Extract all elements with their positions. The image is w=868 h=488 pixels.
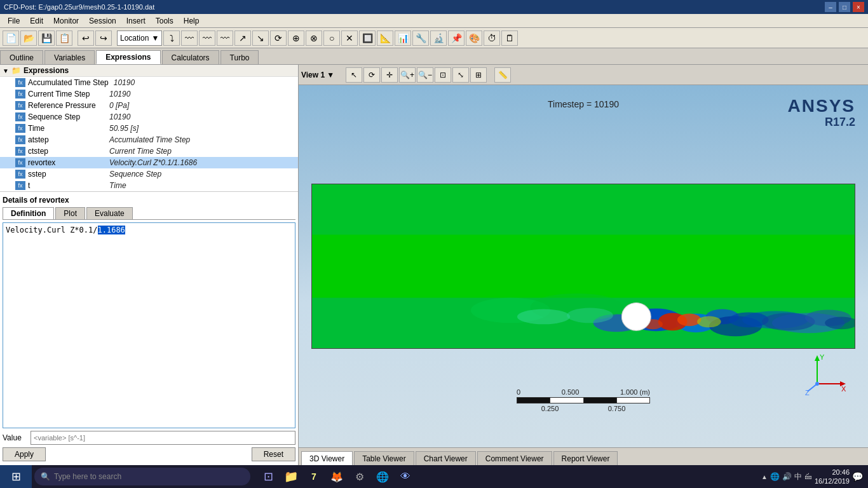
keyboard-layout[interactable]: 🖮	[804, 472, 812, 481]
minimize-btn[interactable]: –	[825, 2, 836, 12]
new-btn[interactable]: 📄	[3, 30, 19, 46]
tb-func6[interactable]: ↘	[252, 30, 269, 46]
location-chevron[interactable]: ▼	[151, 34, 159, 43]
expr-item-6[interactable]: fx ctstep Current Time Step	[0, 146, 298, 157]
tb-func15[interactable]: 🔧	[412, 30, 429, 46]
save-as-btn[interactable]: 📋	[56, 30, 72, 46]
tb-func20[interactable]: 🗒	[501, 30, 518, 46]
vp-pan-btn[interactable]: ✛	[381, 67, 398, 83]
expr-item-3[interactable]: fx Sequence Step 10190	[0, 111, 298, 123]
menu-monitor[interactable]: Monitor	[48, 15, 84, 27]
expr-item-4[interactable]: fx Time 50.95 [s]	[0, 123, 298, 134]
vp-rotate-btn[interactable]: ⟳	[363, 67, 380, 83]
taskbar-app-task-view[interactable]: ⊡	[258, 466, 278, 487]
definition-editor[interactable]: Velocity.Curl Z*0.1/1.1686	[3, 222, 295, 428]
start-button[interactable]: ⊞	[0, 465, 32, 488]
vp-zoom-in-btn[interactable]: 🔍+	[399, 67, 416, 83]
tab-outline[interactable]: Outline	[0, 50, 43, 64]
view-dropdown-icon[interactable]: ▼	[327, 71, 334, 79]
tab-calculators[interactable]: Calculators	[162, 50, 219, 64]
vp-ruler-btn[interactable]: 📏	[494, 67, 511, 83]
tb-func19[interactable]: ⏱	[484, 30, 500, 46]
tab-turbo[interactable]: Turbo	[220, 50, 259, 64]
location-dropdown[interactable]: Location ▼	[117, 30, 162, 46]
viewer-tab-comment[interactable]: Comment Viewer	[477, 451, 552, 465]
detail-tab-definition[interactable]: Definition	[3, 207, 54, 219]
detail-tab-plot[interactable]: Plot	[55, 207, 85, 219]
taskbar-app-eye[interactable]: 👁	[395, 466, 416, 487]
apply-button[interactable]: Apply	[3, 447, 46, 461]
volume-icon[interactable]: 🔊	[782, 472, 792, 481]
cfd-viewport: Timestep = 10190 ANSYS R17.2	[299, 85, 868, 447]
viewer-tab-chart[interactable]: Chart Viewer	[416, 451, 476, 465]
expr-icon-8: fx	[15, 170, 25, 179]
tb-func18[interactable]: 🎨	[466, 30, 482, 46]
tb-func16[interactable]: 🔬	[430, 30, 447, 46]
tb-func13[interactable]: 📐	[377, 30, 393, 46]
tb-func4[interactable]: 〰	[217, 30, 233, 46]
viewer-tab-table[interactable]: Table Viewer	[354, 451, 414, 465]
expr-item-8[interactable]: fx sstep Sequence Step	[0, 168, 298, 180]
expr-item-7[interactable]: fx revortex Velocity.Curl Z*0.1/1.1686	[0, 157, 298, 168]
details-title: Details of revortex	[3, 194, 295, 207]
maximize-btn[interactable]: □	[839, 2, 850, 12]
vp-zoom-box-btn[interactable]: ⊡	[435, 67, 451, 83]
tb-func7[interactable]: ⟳	[270, 30, 287, 46]
vp-fit-btn[interactable]: ⤡	[452, 67, 469, 83]
tb-func5[interactable]: ↗	[234, 30, 251, 46]
tb-func10[interactable]: ○	[323, 30, 340, 46]
expr-icon-3: fx	[15, 112, 25, 121]
tb-func1[interactable]: ⤵	[163, 30, 180, 46]
taskbar-app-7zip[interactable]: 7	[304, 466, 324, 487]
tb-func2[interactable]: 〰	[181, 30, 198, 46]
vp-select-btn[interactable]: ↖	[346, 67, 362, 83]
tb-func8[interactable]: ⊕	[288, 30, 304, 46]
titlebar-title: CFD-Post: E:/gap0.25ur9/mesh0.25-1-10190…	[4, 3, 154, 11]
search-bar[interactable]: 🔍 Type here to search	[34, 468, 250, 485]
tb-func9[interactable]: ⊗	[306, 30, 322, 46]
network-icon[interactable]: 🌐	[770, 472, 780, 481]
redo-btn[interactable]: ↪	[95, 30, 112, 46]
expr-item-1[interactable]: fx Current Time Step 10190	[0, 88, 298, 100]
value-input[interactable]	[31, 431, 295, 445]
menu-help[interactable]: Help	[179, 15, 205, 27]
scale-bar: 0 0.500 1.000 (m) 0.250 0.750	[517, 388, 650, 412]
expr-item-2[interactable]: fx Reference Pressure 0 [Pa]	[0, 100, 298, 111]
expr-name-6: ctstep	[28, 147, 104, 156]
tab-variables[interactable]: Variables	[44, 50, 95, 64]
tb-func3[interactable]: 〰	[199, 30, 215, 46]
tray-expand[interactable]: ▲	[761, 473, 768, 480]
expr-item-9[interactable]: fx t Time	[0, 180, 298, 191]
detail-tab-evaluate[interactable]: Evaluate	[86, 207, 133, 219]
menu-tools[interactable]: Tools	[151, 15, 179, 27]
tree-collapse-icon[interactable]: ▼	[3, 67, 9, 74]
notification-icon[interactable]: 💬	[852, 471, 863, 482]
save-btn[interactable]: 💾	[38, 30, 55, 46]
viewer-tab-3d[interactable]: 3D Viewer	[301, 451, 353, 465]
expr-item-0[interactable]: fx Accumulated Time Step 10190	[0, 77, 298, 88]
reset-button[interactable]: Reset	[252, 447, 295, 461]
taskbar-app-settings[interactable]: ⚙	[349, 466, 370, 487]
viewer-tab-report[interactable]: Report Viewer	[553, 451, 618, 465]
taskbar-app-explorer[interactable]: 📁	[281, 466, 301, 487]
taskbar-app-browser[interactable]: 🌐	[372, 466, 393, 487]
expr-item-5[interactable]: fx atstep Accumulated Time Step	[0, 134, 298, 146]
vp-axes-btn[interactable]: ⊞	[470, 67, 487, 83]
menu-session[interactable]: Session	[84, 15, 121, 27]
vp-zoom-out-btn[interactable]: 🔍−	[417, 67, 433, 83]
tb-func12[interactable]: 🔲	[359, 30, 376, 46]
tb-func14[interactable]: 📊	[395, 30, 411, 46]
tab-expressions[interactable]: Expressions	[96, 50, 160, 64]
taskbar-app-firefox[interactable]: 🦊	[327, 466, 347, 487]
menu-edit[interactable]: Edit	[25, 15, 48, 27]
tb-func17[interactable]: 📌	[448, 30, 465, 46]
menu-file[interactable]: File	[3, 15, 25, 27]
datetime[interactable]: 20:46 16/12/2019	[815, 468, 850, 486]
open-btn[interactable]: 📂	[20, 30, 37, 46]
undo-btn[interactable]: ↩	[78, 30, 94, 46]
menu-insert[interactable]: Insert	[121, 15, 151, 27]
scale-0: 0	[517, 388, 520, 396]
tb-func11[interactable]: ✕	[341, 30, 358, 46]
close-btn[interactable]: ×	[853, 2, 864, 12]
viewer-tab-bar: 3D Viewer Table Viewer Chart Viewer Comm…	[299, 447, 868, 465]
